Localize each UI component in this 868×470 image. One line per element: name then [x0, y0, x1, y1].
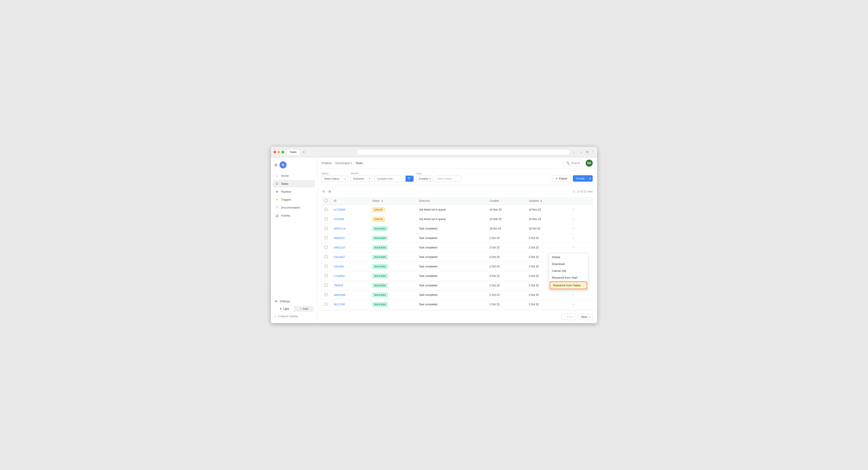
pagination: ‹ Prev Next › [317, 310, 597, 323]
select-all-checkbox[interactable] [325, 199, 328, 202]
refresh-button[interactable]: ↻ [321, 189, 326, 194]
date-range-input[interactable]: Select dates [435, 176, 461, 182]
updated-sort-icon: ⇅ [540, 200, 542, 202]
address-bar[interactable] [357, 149, 570, 155]
create-button[interactable]: Create [573, 175, 588, 182]
row-checkbox-3[interactable] [325, 236, 328, 239]
sidebar-item-home[interactable]: Home [273, 172, 315, 180]
row-actions-button-10[interactable]: ··· [571, 302, 576, 307]
row-status-8: SUCCESS [372, 283, 388, 288]
row-checkbox-2[interactable] [325, 227, 328, 230]
row-id-10[interactable]: 9b217b5f [334, 303, 345, 306]
row-updated-1: 14 Nov 23 [526, 215, 567, 224]
active-tab[interactable]: Tasks [286, 149, 300, 155]
col-created[interactable]: Created ↑ [487, 197, 526, 205]
created-sort-icon: ↑ [501, 200, 502, 202]
row-outcome-9: Task completed [416, 290, 487, 300]
row-checkbox-9[interactable] [325, 293, 328, 296]
row-id-9[interactable]: ddd8c8d8 [334, 293, 345, 296]
logo: B [279, 161, 286, 168]
date-filter-label: Date [416, 172, 461, 175]
sidebar-item-tasks[interactable]: Tasks [273, 180, 315, 187]
next-button[interactable]: Next › [578, 314, 593, 320]
search-submit-button[interactable]: 🔍 [406, 176, 413, 182]
row-outcome-2: Task completed [416, 224, 487, 233]
context-menu-item-delete[interactable]: Delete [549, 254, 588, 260]
copy-button[interactable]: ⧉ [328, 189, 332, 194]
create-label: Create [576, 177, 585, 180]
row-status-0: ERROR [372, 208, 385, 212]
row-actions-button-9[interactable]: ··· [571, 292, 576, 297]
row-checkbox-7[interactable] [325, 274, 328, 277]
light-theme-button[interactable]: ☀ Light [274, 306, 294, 312]
status-sort-icon: ⇅ [381, 200, 383, 202]
sidebar-item-triggers[interactable]: Triggers [273, 196, 315, 203]
dark-theme-button[interactable]: ☽ Dark [294, 306, 314, 312]
new-tab-button[interactable]: + [301, 149, 307, 155]
double-left-icon: « [275, 315, 276, 318]
row-checkbox-6[interactable] [325, 265, 328, 268]
col-status[interactable]: Status ⇅ [369, 197, 416, 205]
row-actions-button-0[interactable]: ··· [571, 207, 576, 212]
browser-tabs: Tasks + [286, 149, 355, 155]
search-type-value: Outcome [353, 177, 364, 180]
grid-icon: ⊞ [274, 163, 277, 167]
row-id-7[interactable]: c7aa6fed [334, 275, 344, 278]
row-id-2[interactable]: a845e7cd [334, 227, 345, 230]
export-icon: ↗ [555, 177, 558, 180]
sidebar-item-activity[interactable]: Activity [273, 212, 315, 219]
search-type-select[interactable]: Outcome ▾ [351, 176, 373, 182]
context-menu-item-resubmit-failed[interactable]: Resubmit from Failed [550, 282, 587, 289]
row-checkbox-0[interactable] [325, 208, 328, 211]
sidebar-item-pipeline[interactable]: Pipeline [273, 188, 315, 195]
row-checkbox-8[interactable] [325, 284, 328, 287]
row-checkbox-5[interactable] [325, 255, 328, 258]
row-actions-button-2[interactable]: ··· [571, 226, 576, 231]
row-id-1[interactable]: 31f3d0df [334, 218, 344, 221]
back-button[interactable]: ← [572, 150, 577, 155]
date-type-select[interactable]: Created ▾ [416, 176, 433, 182]
row-actions-button-3[interactable]: ··· [571, 236, 576, 241]
context-menu-item-download[interactable]: Download [549, 260, 588, 268]
row-id-5[interactable]: 03caa61f [334, 255, 344, 259]
row-created-7: 2 Oct 23 [487, 271, 526, 281]
status-select[interactable]: Select status ▾ [321, 176, 348, 182]
row-id-6[interactable]: c291dfec [334, 265, 344, 268]
col-id[interactable]: ID [331, 197, 369, 205]
export-button[interactable]: ↗ Export [552, 175, 571, 182]
row-id-8[interactable]: 7f90fcf3 [334, 284, 343, 287]
sidebar-item-documentation[interactable]: Documentation [273, 204, 315, 211]
row-id-0[interactable]: ec733a56 [334, 208, 345, 211]
more-button[interactable]: ⋮ [591, 150, 594, 154]
breadcrumb-projects[interactable]: Projects [321, 161, 332, 165]
settings-item[interactable]: Settings [273, 298, 315, 305]
row-actions-button-4[interactable]: ··· [571, 245, 576, 250]
row-outcome-11: Task completed [416, 309, 487, 311]
create-chevron-button[interactable]: ▾ [588, 175, 593, 182]
context-menu-item-resubmit-start[interactable]: Resubmit from Start [549, 274, 588, 281]
collapse-sidebar-button[interactable]: « Collapse Sidebar [273, 313, 315, 320]
table-header: ID Status ⇅ Outcome Created ↑ Updated ⇅ [321, 197, 593, 205]
row-created-4: 2 Oct 23 [487, 243, 526, 252]
minimize-button[interactable] [278, 151, 280, 153]
row-actions-button-1[interactable]: ··· [571, 217, 576, 222]
prev-button[interactable]: ‹ Prev [561, 314, 576, 320]
row-checkbox-10[interactable] [325, 303, 328, 306]
row-count: 1 - 12 of 12 rows [573, 190, 593, 193]
context-menu-item-cancel-job[interactable]: Cancel Job [549, 268, 588, 274]
settings-label: Settings [280, 300, 290, 303]
row-id-3[interactable]: dfa9e020 [334, 237, 345, 240]
row-checkbox-1[interactable] [325, 217, 328, 220]
maximize-button[interactable] [281, 151, 284, 153]
search-input[interactable] [375, 176, 406, 182]
row-checkbox-4[interactable] [325, 246, 328, 249]
reload-button[interactable]: ↻ [585, 150, 590, 155]
close-button[interactable] [274, 151, 276, 153]
forward-button[interactable]: → [579, 150, 584, 155]
global-search-button[interactable]: 🔍 Search [563, 160, 583, 166]
col-updated[interactable]: Updated ⇅ [526, 197, 567, 205]
row-status-1: ERROR [372, 217, 385, 221]
row-id-4[interactable]: a49a12a7 [334, 246, 345, 249]
breadcrumb-project[interactable]: Dud project ▾ [336, 161, 352, 165]
row-outcome-0: Job timed out in queue [416, 205, 487, 215]
